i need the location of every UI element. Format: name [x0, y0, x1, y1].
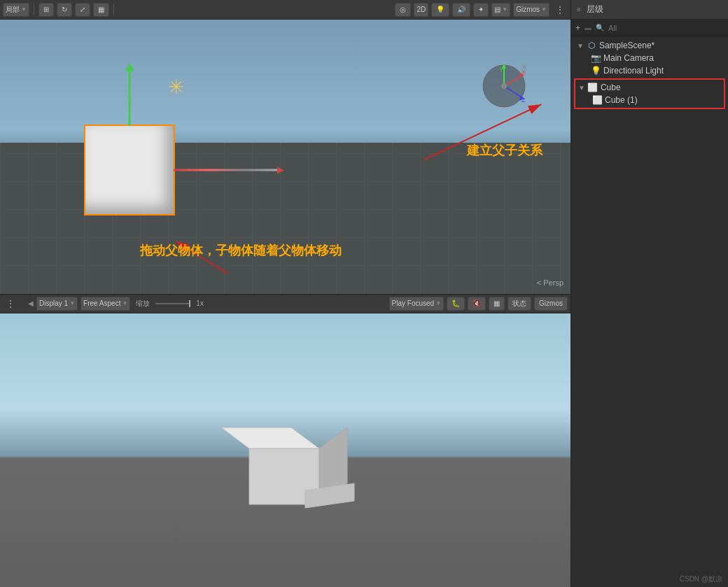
- hierarchy-header: ≡ 层级: [571, 0, 728, 20]
- watermark: CSDN @默凉: [680, 574, 722, 584]
- hierarchy-title: 层级: [587, 3, 722, 15]
- gizmos-scene-label: Gizmos: [516, 6, 540, 13]
- cube-label: Cube: [601, 83, 621, 92]
- scale-slider[interactable]: [155, 303, 190, 304]
- local-dropdown[interactable]: 局部 ▼: [3, 3, 29, 17]
- x-axis-arrow: [174, 169, 279, 171]
- search-input[interactable]: [608, 24, 724, 32]
- gizmo-close[interactable]: ✕: [522, 63, 527, 71]
- expand-arrow-icon: ▼: [577, 42, 584, 50]
- perspective-label: < Persp: [537, 278, 564, 287]
- hierarchy-item-light[interactable]: 💡 Directional Light: [571, 64, 728, 77]
- svg-point-7: [501, 83, 507, 89]
- cube-selection-group: ▼ ⬜ Cube ⬜ Cube (1): [574, 78, 725, 109]
- aspect-label: Free Aspect: [83, 299, 120, 307]
- display-dropdown[interactable]: Display 1 ▼: [36, 297, 78, 311]
- audio-tool[interactable]: 🔊: [452, 3, 470, 17]
- hierarchy-search-bar: + ▬ 🔍: [571, 20, 728, 36]
- chevron-down-icon: ▼: [21, 6, 27, 13]
- left-panel: 局部 ▼ ⊞ ↻ ⤢ ▦ ◎ 2D 💡 🔊 ✦ ▤ ▼ Gizmos ▼: [0, 0, 570, 587]
- game-toolbar: ⋮ ◀ Display 1 ▼ Free Aspect ▼ 缩放 1x Play…: [0, 294, 570, 313]
- cube-1-label: Cube (1): [605, 95, 638, 105]
- main-container: 局部 ▼ ⊞ ↻ ⤢ ▦ ◎ 2D 💡 🔊 ✦ ▤ ▼ Gizmos ▼: [0, 0, 728, 587]
- aspect-dropdown[interactable]: Free Aspect ▼: [80, 297, 130, 311]
- y-axis-arrow: [129, 70, 131, 126]
- scene-more-menu[interactable]: ⋮: [552, 4, 568, 15]
- scene-viewport: ✳: [0, 20, 570, 294]
- light-tool[interactable]: 💡: [431, 3, 449, 17]
- hierarchy-panel: ≡ 层级 + ▬ 🔍 ▼ ⬡ SampleScene* 📷 Main Camer…: [570, 0, 728, 587]
- rotate-tool[interactable]: ↻: [57, 3, 72, 17]
- game-background: [0, 313, 570, 588]
- display-label: Display 1: [39, 299, 68, 307]
- cube-mesh: [84, 125, 175, 215]
- relationship-annotation: 建立父子关系: [467, 142, 542, 159]
- layer-icon: ▤: [494, 6, 500, 13]
- separator-h: ▬: [584, 24, 592, 31]
- scale-label: 缩放: [136, 299, 150, 309]
- cube-icon: ⬜: [588, 83, 598, 92]
- stats-icon[interactable]: ▦: [489, 297, 505, 311]
- light-icon: 💡: [591, 66, 601, 76]
- scene-name: SampleScene*: [599, 41, 654, 50]
- local-label: 局部: [6, 5, 20, 15]
- camera-label: Main Camera: [603, 53, 654, 63]
- cube-1-icon: ⬜: [592, 95, 602, 105]
- hierarchy-item-camera[interactable]: 📷 Main Camera: [571, 52, 728, 64]
- chevron-down-icon-3: ▼: [541, 6, 547, 13]
- game-more-menu[interactable]: ⋮: [3, 298, 18, 309]
- chevron-down-icon-5: ▼: [122, 300, 127, 306]
- move-tool[interactable]: ⊞: [38, 3, 54, 17]
- play-mode-label: Play Focused: [392, 299, 435, 307]
- hierarchy-item-cube[interactable]: ▼ ⬜ Cube: [575, 81, 724, 94]
- status-label[interactable]: 状态: [507, 297, 531, 311]
- globe-tool[interactable]: ◎: [395, 3, 411, 17]
- 2d-toggle[interactable]: 2D: [414, 3, 428, 17]
- chevron-down-icon-6: ▼: [435, 300, 441, 306]
- hierarchy-scene-root[interactable]: ▼ ⬡ SampleScene*: [571, 39, 728, 52]
- svg-marker-15: [221, 427, 319, 448]
- scene-toolbar: 局部 ▼ ⊞ ↻ ⤢ ▦ ◎ 2D 💡 🔊 ✦ ▤ ▼ Gizmos ▼: [0, 0, 570, 20]
- separator-2: [113, 4, 114, 15]
- hierarchy-item-cube-1[interactable]: ⬜ Cube (1): [575, 94, 724, 106]
- panel-icon: ≡: [577, 6, 581, 13]
- 2d-label: 2D: [416, 6, 426, 13]
- game-cube-svg: [193, 392, 361, 532]
- separator-1: [34, 4, 34, 15]
- light-label: Directional Light: [603, 66, 664, 76]
- scene-gizmo[interactable]: Y X Z ✕: [479, 62, 528, 111]
- add-button[interactable]: +: [575, 23, 580, 33]
- svg-text:Y: Y: [499, 66, 503, 73]
- game-cube-container: [193, 392, 361, 535]
- sun-icon: ✳: [168, 76, 184, 99]
- layer-dropdown[interactable]: ▤ ▼: [491, 3, 510, 17]
- camera-icon: 📷: [591, 53, 601, 63]
- play-mode-dropdown[interactable]: Play Focused ▼: [389, 297, 444, 311]
- scene-background: ✳: [0, 20, 570, 294]
- mute-tool[interactable]: 🔇: [468, 297, 486, 311]
- scene-icon: ⬡: [587, 41, 596, 50]
- game-viewport: [0, 313, 570, 588]
- scale-tool[interactable]: ⤢: [75, 3, 90, 17]
- bug-tool[interactable]: 🐛: [447, 297, 465, 311]
- gizmos-scene-dropdown[interactable]: Gizmos ▼: [513, 3, 550, 17]
- chevron-down-icon-4: ▼: [69, 300, 75, 306]
- fx-tool[interactable]: ✦: [473, 3, 489, 17]
- chevron-down-icon-2: ▼: [502, 6, 507, 13]
- collapse-icon: ◀: [28, 299, 34, 307]
- cube-expand-icon: ▼: [578, 84, 585, 92]
- scale-value: 1x: [196, 299, 204, 307]
- gizmos-game-label[interactable]: Gizmos: [534, 297, 568, 311]
- selected-cube[interactable]: [84, 125, 175, 215]
- hierarchy-tree: ▼ ⬡ SampleScene* 📷 Main Camera 💡 Directi…: [571, 36, 728, 587]
- rect-tool[interactable]: ▦: [93, 3, 109, 17]
- svg-text:Z: Z: [522, 97, 526, 104]
- movement-annotation: 拖动父物体，子物体随着父物体移动: [140, 242, 342, 259]
- search-icon: 🔍: [596, 24, 604, 31]
